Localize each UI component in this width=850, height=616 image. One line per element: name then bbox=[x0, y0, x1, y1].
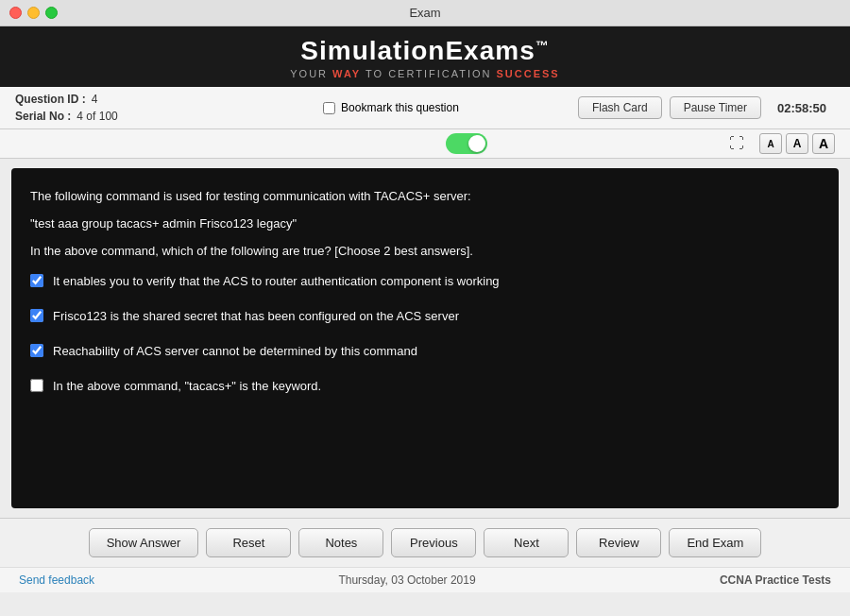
footer: Send feedback Thursday, 03 October 2019 … bbox=[0, 567, 850, 592]
close-button[interactable] bbox=[9, 7, 22, 19]
question-area: The following command is used for testin… bbox=[11, 168, 839, 508]
option1-label[interactable]: It enables you to verify that the ACS to… bbox=[53, 272, 500, 292]
flash-card-button[interactable]: Flash Card bbox=[578, 96, 662, 119]
toolbar-buttons: Flash Card Pause Timer 02:58:50 bbox=[578, 96, 835, 119]
option2-label[interactable]: Frisco123 is the shared secret that has … bbox=[53, 307, 459, 327]
window-controls[interactable] bbox=[9, 7, 58, 19]
second-controls-bar: ⛶ A A A bbox=[0, 129, 850, 159]
expand-icon[interactable]: ⛶ bbox=[729, 135, 744, 152]
toggle-thumb bbox=[468, 135, 485, 152]
answer-option-2: Frisco123 is the shared secret that has … bbox=[30, 307, 820, 327]
brand-name: SimulationExams™ bbox=[300, 36, 549, 66]
bookmark-label: Bookmark this question bbox=[341, 101, 459, 114]
font-large-button[interactable]: A bbox=[812, 133, 835, 154]
option3-checkbox[interactable] bbox=[30, 344, 43, 357]
question-info: Question ID : 4 Serial No : 4 of 100 bbox=[15, 93, 204, 123]
info-bar: Question ID : 4 Serial No : 4 of 100 Boo… bbox=[0, 87, 850, 129]
question-line3: In the above command, which of the follo… bbox=[30, 242, 820, 262]
bookmark-area: Bookmark this question bbox=[223, 101, 559, 114]
toggle-track bbox=[446, 133, 487, 154]
question-id-row: Question ID : 4 bbox=[15, 93, 204, 106]
question-id-value: 4 bbox=[92, 93, 98, 106]
serial-no-label: Serial No : bbox=[15, 110, 71, 123]
font-size-buttons: A A A bbox=[759, 133, 835, 154]
titlebar: Exam bbox=[0, 0, 850, 26]
option4-checkbox[interactable] bbox=[30, 379, 43, 392]
window-title: Exam bbox=[409, 6, 440, 20]
question-id-label: Question ID : bbox=[15, 93, 86, 106]
brand-bar: SimulationExams™ YOUR WAY TO CERTIFICATI… bbox=[0, 26, 850, 87]
option2-checkbox[interactable] bbox=[30, 309, 43, 322]
right-controls: ⛶ A A A bbox=[729, 133, 835, 154]
footer-brand: CCNA Practice Tests bbox=[720, 573, 831, 587]
question-text: The following command is used for testin… bbox=[30, 187, 820, 261]
send-feedback-link[interactable]: Send feedback bbox=[19, 573, 94, 587]
footer-date: Thursday, 03 October 2019 bbox=[338, 573, 475, 587]
answer-option-1: It enables you to verify that the ACS to… bbox=[30, 272, 820, 292]
answer-option-3: Reachability of ACS server cannot be det… bbox=[30, 342, 820, 362]
serial-no-row: Serial No : 4 of 100 bbox=[15, 110, 204, 123]
toggle-area bbox=[223, 133, 710, 154]
option3-label[interactable]: Reachability of ACS server cannot be det… bbox=[53, 342, 417, 362]
notes-button[interactable]: Notes bbox=[298, 528, 383, 557]
serial-no-value: 4 of 100 bbox=[76, 110, 117, 123]
timer-display: 02:58:50 bbox=[769, 101, 835, 115]
maximize-button[interactable] bbox=[45, 7, 58, 19]
bottom-button-bar: Show Answer Reset Notes Previous Next Re… bbox=[0, 518, 850, 567]
show-answer-button[interactable]: Show Answer bbox=[89, 528, 199, 557]
font-medium-button[interactable]: A bbox=[786, 133, 808, 154]
brand-tagline: YOUR WAY TO CERTIFICATION SUCCESS bbox=[290, 68, 559, 79]
end-exam-button[interactable]: End Exam bbox=[669, 528, 761, 557]
question-line1: The following command is used for testin… bbox=[30, 187, 820, 207]
option4-label[interactable]: In the above command, "tacacs+" is the k… bbox=[53, 377, 321, 397]
toggle-switch[interactable] bbox=[446, 133, 487, 154]
font-small-button[interactable]: A bbox=[759, 133, 782, 154]
bookmark-checkbox[interactable] bbox=[323, 102, 335, 114]
previous-button[interactable]: Previous bbox=[391, 528, 476, 557]
minimize-button[interactable] bbox=[27, 7, 40, 19]
answer-option-4: In the above command, "tacacs+" is the k… bbox=[30, 377, 820, 397]
reset-button[interactable]: Reset bbox=[206, 528, 291, 557]
pause-timer-button[interactable]: Pause Timer bbox=[670, 96, 761, 119]
review-button[interactable]: Review bbox=[576, 528, 661, 557]
next-button[interactable]: Next bbox=[484, 528, 569, 557]
option1-checkbox[interactable] bbox=[30, 274, 43, 287]
question-line2: "test aaa group tacacs+ admin Frisco123 … bbox=[30, 214, 820, 234]
